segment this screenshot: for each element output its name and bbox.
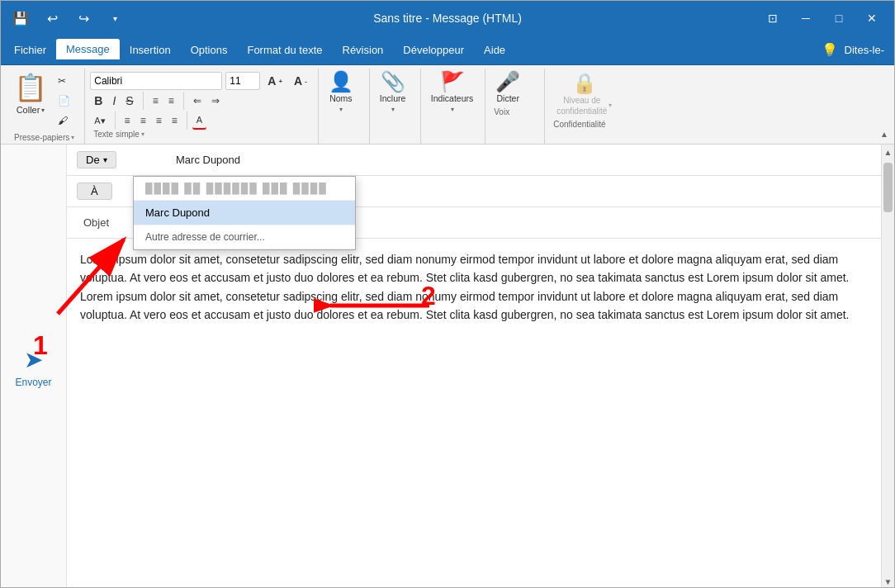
align-center-button[interactable]: ≡ (136, 111, 150, 130)
ribbon-group-presse-papiers: 📋 Coller ▾ ✂ 📄 🖌 Presse-papiers ▾ (7, 69, 85, 144)
text-color-button[interactable]: A (192, 111, 206, 130)
font-grow-button[interactable]: A+ (263, 72, 286, 90)
confidentialite-button[interactable]: 🔒 Niveau deconfidentialité ▾ (550, 69, 618, 120)
confidentialite-icon: 🔒 (572, 72, 597, 95)
from-value[interactable]: Marc Dupond (176, 154, 871, 166)
strikethrough-button[interactable]: S (121, 92, 137, 110)
undo-icon[interactable]: ↩ (39, 5, 65, 31)
search-placeholder[interactable]: Dites-le- (845, 44, 884, 56)
menu-insertion[interactable]: Insertion (120, 39, 181, 62)
close-button[interactable]: ✕ (856, 5, 888, 31)
scroll-thumb[interactable] (883, 163, 893, 212)
italic-button[interactable]: I (108, 92, 120, 110)
format-painter-button[interactable]: 🖌 (54, 111, 74, 130)
noms-label: Noms (329, 93, 352, 104)
ribbon: 📋 Coller ▾ ✂ 📄 🖌 Presse-papiers ▾ (1, 65, 894, 145)
indicateurs-button[interactable]: 🚩 Indicateurs ▾ (426, 69, 478, 116)
menu-format-texte[interactable]: Format du texte (237, 39, 332, 62)
menu-developpeur[interactable]: Développeur (393, 39, 474, 62)
inclure-icon: 📎 (381, 72, 405, 92)
ribbon-group-voix: 🎤 Dicter Voix (487, 69, 545, 144)
inclure-button[interactable]: 📎 Inclure ▾ (375, 69, 411, 116)
decrease-indent-button[interactable]: ⇐ (189, 92, 206, 110)
quick-access-dropdown-icon[interactable]: ▾ (102, 5, 128, 31)
indicateurs-caret: ▾ (451, 106, 454, 113)
cut-button[interactable]: ✂ (54, 72, 74, 90)
indicateurs-icon: 🚩 (440, 72, 465, 92)
scroll-down-button[interactable]: ▼ (883, 576, 894, 587)
ribbon-group-noms: 👤 Noms ▾ (320, 69, 370, 144)
lightbulb-icon[interactable]: 💡 (822, 42, 838, 58)
send-button[interactable]: ➤ Envoyer (1, 145, 67, 588)
texte-simple-expand[interactable]: ▾ (141, 130, 144, 138)
texte-simple-content: A+ A- B I S ≡ ≡ ⇐ ⇒ A▾ ≡ ≡ ≡ ≡ (90, 69, 311, 130)
confidentialite-group-label: Confidentialité (553, 120, 605, 129)
dropdown-item-autre[interactable]: Autre adresse de courrier... (134, 225, 355, 249)
align-right-button[interactable]: ≡ (152, 111, 166, 130)
bold-button[interactable]: B (90, 92, 107, 110)
font-name-input[interactable] (90, 72, 222, 90)
numbered-list-button[interactable]: ≡ (164, 92, 178, 110)
coller-button[interactable]: 📋 Coller ▾ (11, 69, 50, 118)
from-dropdown: ████ ██ ██████ ███ ████ Marc Dupond Autr… (133, 176, 356, 250)
compose-body[interactable]: Lorem ipsum dolor sit amet, consetetur s… (67, 239, 881, 588)
noms-caret: ▾ (339, 106, 343, 113)
presse-papiers-label: Presse-papiers ▾ (14, 133, 74, 142)
scroll-up-button[interactable]: ▲ (883, 146, 894, 158)
title-bar-left: 💾 ↩ ↪ ▾ (7, 5, 128, 31)
presse-papiers-expand[interactable]: ▾ (71, 134, 74, 141)
menu-right: 💡 Dites-le- (822, 42, 891, 58)
texte-simple-footer: Texte simple ▾ (90, 130, 148, 140)
dicter-label: Dicter (497, 93, 519, 104)
scrollbar: ▲ ▼ (881, 145, 894, 588)
body-text: Lorem ipsum dolor sit amet, consetetur s… (80, 250, 868, 325)
indicateurs-label: Indicateurs (431, 93, 473, 104)
coller-icon: 📋 (14, 72, 47, 103)
menu-message[interactable]: Message (56, 39, 120, 62)
dicter-button[interactable]: 🎤 Dicter (490, 69, 525, 107)
ribbon-group-texte-simple: A+ A- B I S ≡ ≡ ⇐ ⇒ A▾ ≡ ≡ ≡ ≡ (87, 69, 319, 144)
dropdown-item-blurred[interactable]: ████ ██ ██████ ███ ████ (134, 177, 355, 201)
noms-button[interactable]: 👤 Noms ▾ (324, 69, 358, 116)
font-row-3: A▾ ≡ ≡ ≡ ≡ A (90, 111, 311, 130)
compose-area: ➤ Envoyer De ▾ Marc Dupond ████ ██ █████… (1, 145, 894, 588)
ribbon-group-confidentialite: 🔒 Niveau deconfidentialité ▾ Confidentia… (547, 69, 637, 144)
from-label: De ▾ (77, 151, 176, 168)
ribbon-group-inclure: 📎 Inclure ▾ (372, 69, 421, 144)
align-left-button[interactable]: ≡ (121, 111, 135, 130)
window-title: Sans titre - Message (HTML) (373, 12, 522, 25)
voix-label: Voix (494, 107, 509, 116)
minimize-button[interactable]: ─ (790, 5, 822, 31)
from-dropdown-caret: ▾ (103, 155, 107, 164)
font-shrink-button[interactable]: A- (290, 72, 311, 90)
menu-aide[interactable]: Aide (474, 39, 515, 62)
restore-button[interactable]: ⊡ (757, 5, 788, 31)
maximize-button[interactable]: □ (823, 5, 855, 31)
menu-options[interactable]: Options (181, 39, 238, 62)
coller-caret[interactable]: ▾ (41, 107, 45, 114)
increase-indent-button[interactable]: ⇒ (207, 92, 224, 110)
compose-main: De ▾ Marc Dupond ████ ██ ██████ ███ ████… (67, 145, 881, 588)
font-size-input[interactable] (225, 72, 260, 90)
menu-fichier[interactable]: Fichier (4, 39, 56, 62)
redo-icon[interactable]: ↪ (70, 5, 97, 31)
texte-simple-label: Texte simple ▾ (93, 130, 144, 139)
dropdown-item-marc-dupond[interactable]: Marc Dupond (134, 201, 355, 225)
from-dropdown-button[interactable]: De ▾ (77, 151, 116, 168)
font-row-1: A+ A- (90, 72, 311, 90)
dicter-icon: 🎤 (495, 72, 520, 92)
inclure-caret: ▾ (391, 106, 395, 113)
ribbon-collapse-button[interactable]: ▲ (878, 127, 891, 140)
menu-revision[interactable]: Révision (333, 39, 394, 62)
menu-bar: Fichier Message Insertion Options Format… (1, 36, 894, 65)
save-icon[interactable]: 💾 (7, 5, 34, 31)
bullet-list-button[interactable]: ≡ (149, 92, 163, 110)
highlight-button[interactable]: A▾ (90, 111, 109, 130)
send-label: Envoyer (15, 377, 51, 388)
copy-button[interactable]: 📄 (54, 92, 74, 110)
clipboard-small-buttons: ✂ 📄 🖌 (54, 69, 74, 130)
to-button[interactable]: À (77, 183, 112, 200)
confidentialite-caret: ▾ (609, 102, 612, 110)
align-justify-button[interactable]: ≡ (168, 111, 182, 130)
from-row: De ▾ Marc Dupond ████ ██ ██████ ███ ████… (67, 145, 881, 176)
